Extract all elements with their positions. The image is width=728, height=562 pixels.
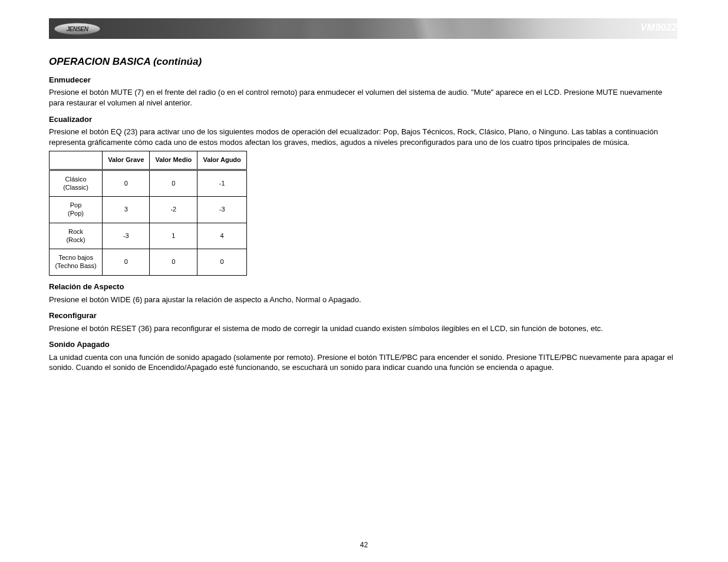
cell-treble: 0	[197, 249, 247, 276]
section-title: OPERACION BASICA (continúa)	[49, 55, 677, 69]
cell-mid: -2	[150, 197, 197, 223]
th-treble: Valor Agudo	[197, 151, 247, 170]
row-label: Clásico (Classic)	[50, 170, 103, 197]
aspect-text: Presione el botón WIDE (6) para ajustar …	[49, 295, 677, 305]
cell-treble: -1	[197, 170, 247, 197]
th-mid: Valor Medio	[150, 151, 197, 170]
cell-bass: 0	[103, 249, 150, 276]
row-label: Pop (Pop)	[50, 197, 103, 223]
mute-text: Presione el botón MUTE (7) en el frente …	[49, 87, 677, 108]
row-label-sub: (Classic)	[53, 184, 98, 192]
cell-mid: 1	[150, 223, 197, 249]
row-label: Rock (Rock)	[50, 223, 103, 249]
row-label-sub: (Rock)	[53, 236, 98, 244]
table-row: Tecno bajos (Techno Bass) 0 0 0	[50, 249, 247, 276]
eq-heading: Ecualizador	[49, 114, 677, 125]
page-content: OPERACION BASICA (continúa) Enmudecer Pr…	[49, 55, 677, 376]
cell-bass: 0	[103, 170, 150, 197]
brand-logo: JENSEN	[53, 22, 101, 35]
row-label-main: Tecno bajos	[58, 254, 93, 261]
row-label-main: Clásico	[65, 176, 87, 183]
table-row: Rock (Rock) -3 1 4	[50, 223, 247, 249]
eq-table: Valor Grave Valor Medio Valor Agudo Clás…	[49, 151, 247, 276]
reset-heading: Reconfigurar	[49, 310, 677, 321]
aspect-heading: Relación de Aspecto	[49, 282, 677, 292]
table-row: Clásico (Classic) 0 0 -1	[50, 170, 247, 197]
cell-mid: 0	[150, 249, 197, 276]
row-label: Tecno bajos (Techno Bass)	[50, 249, 103, 276]
page-number: 42	[360, 541, 368, 549]
cell-treble: -3	[197, 197, 247, 223]
soundoff-text: La unidad cuenta con una función de soni…	[49, 352, 677, 373]
table-row: Pop (Pop) 3 -2 -3	[50, 197, 247, 223]
row-label-main: Pop	[70, 201, 82, 209]
header-banner	[49, 18, 677, 39]
row-label-main: Rock	[68, 228, 83, 235]
eq-text: Presione el botón EQ (23) para activar u…	[49, 127, 677, 147]
soundoff-heading: Sonido Apagado	[49, 339, 677, 350]
row-label-sub: (Pop)	[53, 210, 98, 218]
cell-mid: 0	[150, 170, 197, 197]
th-blank	[50, 151, 103, 170]
cell-bass: -3	[103, 223, 150, 249]
reset-text: Presione el botón RESET (36) para reconf…	[49, 323, 677, 334]
th-bass: Valor Grave	[103, 151, 150, 170]
model-label: VM9022	[640, 22, 677, 33]
table-header-row: Valor Grave Valor Medio Valor Agudo	[50, 151, 247, 170]
cell-bass: 3	[103, 197, 150, 223]
cell-treble: 4	[197, 223, 247, 249]
row-label-sub: (Techno Bass)	[53, 262, 98, 270]
mute-heading: Enmudecer	[49, 75, 677, 85]
svg-text:JENSEN: JENSEN	[66, 26, 88, 32]
